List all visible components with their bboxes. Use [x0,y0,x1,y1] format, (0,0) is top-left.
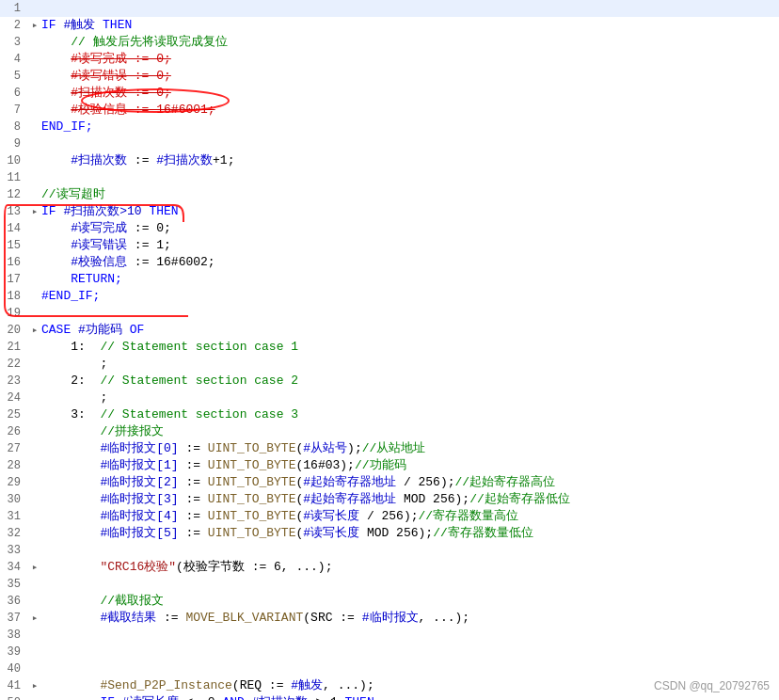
line-number: 2 [2,17,28,34]
line-number: 18 [2,288,28,305]
code-line: 34▸ "CRC16校验"(校验字节数 := 6, ...); [0,559,779,576]
code-line: 30 #临时报文[3] := UINT_TO_BYTE(#起始寄存器地址 MOD… [0,491,779,508]
fold-icon[interactable]: ▸ [28,559,41,576]
code-line: 20▸CASE #功能码 OF [0,322,779,339]
code-text: ; [41,356,777,373]
line-number: 3 [2,34,28,51]
code-line: 31 #临时报文[4] := UINT_TO_BYTE(#读写长度 / 256)… [0,508,779,525]
code-text: #临时报文[0] := UINT_TO_BYTE(#从站号);//从站地址 [41,440,777,457]
code-line: 11 [0,169,779,186]
code-line: 39 [0,644,779,660]
code-text: #临时报文[4] := UINT_TO_BYTE(#读写长度 / 256);//… [41,508,777,525]
fold-icon[interactable]: ▸ [28,322,41,339]
code-text: #读写完成 := 0; [41,51,777,68]
code-line: 6 #扫描次数 := 0; [0,85,779,102]
line-number: 1 [2,0,28,17]
line-number: 35 [2,576,28,593]
code-line: 1 [0,0,779,17]
code-text: #读写错误 := 1; [41,237,777,254]
code-editor: 1 2▸IF #触发 THEN3 // 触发后先将读取完成复位4 #读写完成 :… [0,0,779,700]
code-line: 33 [0,542,779,559]
line-number: 37 [2,610,28,627]
line-number: 33 [2,542,28,559]
code-text: #读写完成 := 0; [41,220,777,237]
code-text: 1: // Statement section case 1 [41,339,777,356]
code-line: 21 1: // Statement section case 1 [0,339,779,356]
code-line: 40 [0,660,779,677]
line-number: 9 [2,135,28,152]
fold-icon[interactable]: ▸ [28,203,41,220]
line-number: 41 [2,677,28,694]
code-text: #临时报文[5] := UINT_TO_BYTE(#读写长度 MOD 256);… [41,525,777,542]
line-number: 25 [2,406,28,423]
code-text: CASE #功能码 OF [41,322,777,339]
line-number: 50 [2,694,28,700]
code-line: 16 #校验信息 := 16#6002; [0,254,779,271]
line-number: 34 [2,559,28,576]
code-text: "CRC16校验"(校验字节数 := 6, ...); [41,559,777,576]
line-number: 36 [2,593,28,610]
line-number: 5 [2,68,28,85]
code-line: 12 //读写超时 [0,186,779,203]
line-number: 13 [2,203,28,220]
code-text: END_IF; [41,119,777,135]
fold-icon[interactable]: ▸ [28,610,41,627]
code-line: 38 [0,627,779,644]
line-number: 24 [2,390,28,406]
code-line: 7 #校验信息 := 16#6001; [0,102,779,119]
code-line: 28 #临时报文[1] := UINT_TO_BYTE(16#03);//功能码 [0,457,779,474]
code-text: #临时报文[1] := UINT_TO_BYTE(16#03);//功能码 [41,457,777,474]
code-line: 22 ; [0,356,779,373]
code-line: 27 #临时报文[0] := UINT_TO_BYTE(#从站号);//从站地址 [0,440,779,457]
line-number: 30 [2,491,28,508]
code-container: 1 2▸IF #触发 THEN3 // 触发后先将读取完成复位4 #读写完成 :… [0,0,779,700]
line-number: 17 [2,271,28,288]
code-line: 8 END_IF; [0,119,779,135]
code-text: #临时报文[2] := UINT_TO_BYTE(#起始寄存器地址 / 256)… [41,474,777,491]
code-text: #扫描次数 := #扫描次数+1; [41,152,777,169]
line-number: 19 [2,305,28,322]
code-line: 36 //截取报文 [0,593,779,610]
code-text: #临时报文[3] := UINT_TO_BYTE(#起始寄存器地址 MOD 25… [41,491,777,508]
code-line: 35 [0,576,779,593]
line-number: 4 [2,51,28,68]
line-number: 7 [2,102,28,119]
code-text: #校验信息 := 16#6002; [41,254,777,271]
line-number: 8 [2,119,28,135]
line-number: 38 [2,627,28,644]
code-line: 9 [0,135,779,152]
line-number: 14 [2,220,28,237]
code-text: // 触发后先将读取完成复位 [41,34,777,51]
code-line: 15 #读写错误 := 1; [0,237,779,254]
code-line: 10 #扫描次数 := #扫描次数+1; [0,152,779,169]
code-line: 32 #临时报文[5] := UINT_TO_BYTE(#读写长度 MOD 25… [0,525,779,542]
code-text: 2: // Statement section case 2 [41,373,777,390]
code-text: IF #读写长度 <= 0 AND #扫描次数 > 1 THEN [41,694,777,700]
line-number: 10 [2,152,28,169]
code-line: 37▸ #截取结果 := MOVE_BLK_VARIANT(SRC := #临时… [0,610,779,627]
line-number: 26 [2,423,28,440]
line-number: 32 [2,525,28,542]
code-text: //拼接报文 [41,423,777,440]
code-text: IF #扫描次数>10 THEN [41,203,777,220]
line-number: 12 [2,186,28,203]
code-line: 18 #END_IF; [0,288,779,305]
code-text: #读写错误 := 0; [41,68,777,85]
code-line: 19 [0,305,779,322]
code-text: #END_IF; [41,288,777,305]
code-text: //截取报文 [41,593,777,610]
code-line: 17 RETURN; [0,271,779,288]
code-line: 24 ; [0,390,779,406]
watermark: CSDN @qq_20792765 [654,679,770,692]
code-text: IF #触发 THEN [41,17,777,34]
line-number: 11 [2,169,28,186]
line-number: 20 [2,322,28,339]
fold-icon[interactable]: ▸ [28,677,41,694]
fold-icon[interactable]: ▸ [28,17,41,34]
code-line: 26 //拼接报文 [0,423,779,440]
code-line: 23 2: // Statement section case 2 [0,373,779,390]
code-line: 25 3: // Statement section case 3 [0,406,779,423]
line-number: 15 [2,237,28,254]
line-number: 6 [2,85,28,102]
code-line: 3 // 触发后先将读取完成复位 [0,34,779,51]
